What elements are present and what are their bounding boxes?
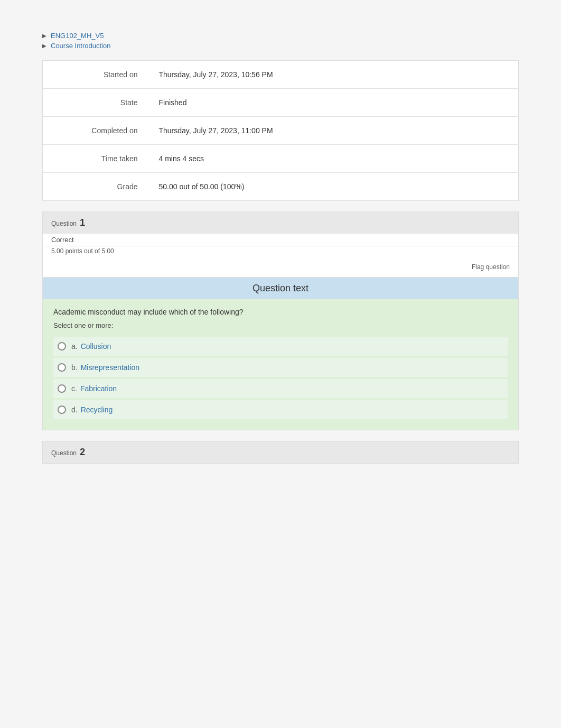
option-letter-b: b.	[71, 363, 78, 372]
radio-c[interactable]	[58, 384, 66, 393]
info-row-started: Started on Thursday, July 27, 2023, 10:5…	[43, 61, 519, 89]
option-letter-c: c.	[71, 384, 77, 393]
breadcrumb-arrow-1: ▶	[42, 33, 46, 39]
question-text-header: Question text	[43, 278, 518, 299]
breadcrumb-item-2[interactable]: ▶ Course Introduction	[42, 42, 519, 50]
page-wrapper: ▶ ENG102_MH_V5 ▶ Course Introduction Sta…	[0, 0, 561, 527]
flag-question-label[interactable]: Flag question	[472, 263, 510, 271]
question-2-label: Question	[51, 449, 77, 457]
info-table: Started on Thursday, July 27, 2023, 10:5…	[42, 60, 519, 201]
breadcrumb: ▶ ENG102_MH_V5 ▶ Course Introduction	[42, 32, 519, 50]
breadcrumb-label-1[interactable]: ENG102_MH_V5	[51, 32, 104, 40]
info-row-grade: Grade 50.00 out of 50.00 (100%)	[43, 173, 519, 201]
question-1-body: Academic misconduct may include which of…	[43, 299, 518, 430]
breadcrumb-arrow-2: ▶	[42, 43, 46, 49]
info-value-completed: Thursday, July 27, 2023, 11:00 PM	[148, 117, 519, 145]
info-value-started: Thursday, July 27, 2023, 10:56 PM	[148, 61, 519, 89]
breadcrumb-label-2[interactable]: Course Introduction	[51, 42, 110, 50]
radio-d[interactable]	[58, 406, 66, 414]
question-1-block: Question 1 Correct 5.00 points out of 5.…	[42, 211, 519, 430]
option-letter-d: d.	[71, 406, 78, 414]
breadcrumb-item-1[interactable]: ▶ ENG102_MH_V5	[42, 32, 519, 40]
info-row-time: Time taken 4 mins 4 secs	[43, 145, 519, 173]
info-label-state: State	[43, 89, 148, 117]
option-text-d: Recycling	[81, 406, 113, 414]
answer-option-a[interactable]: a. Collusion	[53, 337, 508, 356]
question-2-number: 2	[80, 447, 85, 458]
option-letter-a: a.	[71, 342, 78, 351]
radio-b[interactable]	[58, 363, 66, 372]
info-label-completed: Completed on	[43, 117, 148, 145]
answer-option-c[interactable]: c. Fabrication	[53, 379, 508, 398]
info-row-completed: Completed on Thursday, July 27, 2023, 11…	[43, 117, 519, 145]
question-1-instruction: Select one or more:	[53, 321, 508, 329]
info-row-state: State Finished	[43, 89, 519, 117]
info-label-grade: Grade	[43, 173, 148, 201]
answer-option-d[interactable]: d. Recycling	[53, 400, 508, 419]
info-value-grade: 50.00 out of 50.00 (100%)	[148, 173, 519, 201]
question-1-status: Correct	[43, 234, 518, 246]
flag-question-area: Flag question	[43, 259, 518, 278]
question-1-prompt: Academic misconduct may include which of…	[53, 308, 508, 316]
info-value-time: 4 mins 4 secs	[148, 145, 519, 173]
info-value-state: Finished	[148, 89, 519, 117]
question-1-header: Question 1	[43, 212, 518, 234]
radio-a[interactable]	[58, 342, 66, 351]
option-text-b: Misrepresentation	[81, 363, 139, 372]
bottom-spacer	[42, 474, 519, 495]
question-2-header: Question 2	[43, 441, 518, 463]
question-1-points: 5.00 points out of 5.00	[43, 246, 518, 259]
info-label-started: Started on	[43, 61, 148, 89]
option-text-c: Fabrication	[80, 384, 117, 393]
answer-option-b[interactable]: b. Misrepresentation	[53, 358, 508, 377]
question-1-number: 1	[80, 217, 85, 228]
option-text-a: Collusion	[81, 342, 111, 351]
info-label-time: Time taken	[43, 145, 148, 173]
question-2-block: Question 2	[42, 441, 519, 464]
question-1-label: Question	[51, 220, 77, 227]
